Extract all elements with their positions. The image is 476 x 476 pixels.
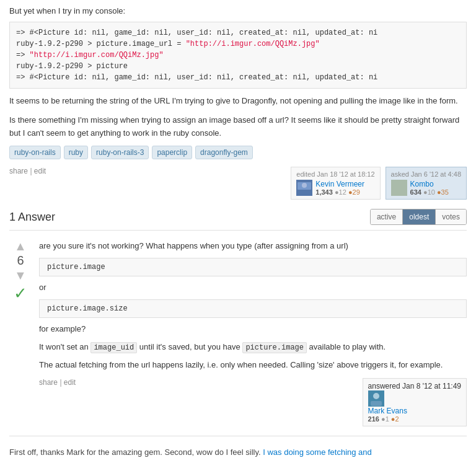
answer-code-2: picture.image.size (39, 299, 467, 318)
inline-code-image-uid: image_uid (90, 342, 137, 353)
answer-text-5: The actual fetching from the url happens… (39, 359, 467, 372)
tab-active[interactable]: active (371, 209, 403, 224)
tab-oldest[interactable]: oldest (403, 209, 436, 224)
answer-share-link[interactable]: share (39, 378, 58, 387)
answer-share-edit: share | edit (39, 378, 76, 387)
answer-text-2: or (39, 281, 467, 294)
vote-up-button[interactable]: ▲ (14, 240, 27, 252)
edit-link[interactable]: edit (34, 167, 46, 175)
asked-user-info: Kombo 634 ●10 ●35 (410, 180, 449, 196)
tag-dragonfly-gem[interactable]: dragonfly-gem (195, 146, 253, 159)
edited-card: edited Jan 18 '12 at 18:12 Kevin Vermeer… (291, 167, 380, 200)
answer-edit-link[interactable]: edit (64, 378, 76, 387)
section-divider (9, 436, 467, 436)
description-2: Is there something I'm missing when tryi… (9, 114, 467, 140)
share-edit-row: share | edit (9, 167, 46, 175)
description-1: It seems to be returning the string of t… (9, 95, 467, 108)
edited-avatar (296, 180, 312, 196)
answer-meta-row: share | edit answered Jan 8 '12 at 11:49 (39, 378, 467, 426)
svg-rect-5 (371, 401, 382, 406)
answer-text-3: for example? (39, 323, 467, 336)
asked-label: asked Jan 6 '12 at 4:48 (391, 170, 461, 178)
edited-user-row: Kevin Vermeer 1,343 ●12 ●29 (296, 180, 374, 196)
answers-count: 1 Answer (9, 211, 370, 224)
answer-code-1: picture.image (39, 258, 467, 276)
svg-point-4 (373, 393, 379, 399)
highlight-link: I was doing some fetching and (263, 447, 372, 457)
accepted-checkmark: ✓ (14, 284, 27, 303)
vote-down-button[interactable]: ▼ (14, 269, 27, 281)
answered-card: answered Jan 8 '12 at 11:49 Mark Evans (363, 378, 467, 426)
tag-ruby-on-rails[interactable]: ruby-on-rails (9, 146, 61, 159)
answer-block: ▲ 6 ▼ ✓ are you sure it's not working? W… (9, 240, 467, 426)
tags-row: ruby-on-rails ruby ruby-on-rails-3 paper… (9, 146, 467, 159)
svg-point-2 (302, 183, 307, 188)
edited-user-info: Kevin Vermeer 1,343 ●12 ●29 (315, 180, 364, 196)
meta-row: share | edit edited Jan 18 '12 at 18:12 (9, 167, 467, 200)
edited-rep: 1,343 ●12 ●29 (315, 188, 364, 196)
answers-header: 1 Answer active oldest votes (9, 209, 467, 231)
main-container: But yet when I try in my console: => #<P… (0, 0, 476, 465)
code-line-3: => "http://i.imgur.com/QQiMz.jpg" (16, 51, 164, 60)
answer-text-4: It won't set an image_uid until it's sav… (39, 341, 467, 354)
asked-avatar (391, 180, 407, 196)
intro-text: But yet when I try in my console: (9, 6, 467, 15)
code-line-2: ruby-1.9.2-p290 > picture.image_url = "h… (16, 40, 320, 48)
answered-user-info: Mark Evans 216 ●1 ●2 (368, 407, 461, 423)
meta-cards: edited Jan 18 '12 at 18:12 Kevin Vermeer… (291, 167, 467, 200)
share-link[interactable]: share (9, 167, 28, 175)
vote-col: ▲ 6 ▼ ✓ (9, 240, 32, 426)
tab-votes[interactable]: votes (436, 209, 466, 224)
vote-count: 6 (17, 253, 24, 268)
tag-ruby-on-rails-3[interactable]: ruby-on-rails-3 (91, 146, 149, 159)
code-line-4: ruby-1.9.2-p290 > picture (16, 62, 128, 71)
asked-username[interactable]: Kombo (410, 180, 449, 188)
inline-code-picture-image: picture.image (242, 342, 307, 353)
edited-username[interactable]: Kevin Vermeer (315, 180, 364, 188)
mark-avatar (368, 390, 384, 407)
answered-user-row: Mark Evans 216 ●1 ●2 (368, 390, 461, 423)
next-answer-preview: First off, thanks Mark for the amazing g… (9, 441, 467, 459)
code-line-1: => #<Picture id: nil, game_id: nil, user… (16, 29, 377, 37)
asked-rep: 634 ●10 ●35 (410, 188, 449, 196)
edited-label: edited Jan 18 '12 at 18:12 (296, 170, 374, 178)
answered-label: answered Jan 8 '12 at 11:49 (368, 382, 461, 390)
answer-content: are you sure it's not working? What happ… (39, 240, 467, 426)
tag-paperclip[interactable]: paperclip (152, 146, 192, 159)
answered-rep: 216 ●1 ●2 (368, 415, 461, 423)
answer-text-1: are you sure it's not working? What happ… (39, 240, 467, 253)
code-line-5: => #<Picture id: nil, game_id: nil, user… (16, 73, 377, 82)
tag-ruby[interactable]: ruby (64, 146, 88, 159)
asked-user-row: Kombo 634 ●10 ●35 (391, 180, 461, 196)
code-block-1: => #<Picture id: nil, game_id: nil, user… (9, 22, 467, 89)
sort-tabs: active oldest votes (370, 209, 467, 225)
asked-card: asked Jan 6 '12 at 4:48 Kombo 634 ●10 ● (386, 167, 467, 200)
answered-username[interactable]: Mark Evans (368, 407, 461, 415)
